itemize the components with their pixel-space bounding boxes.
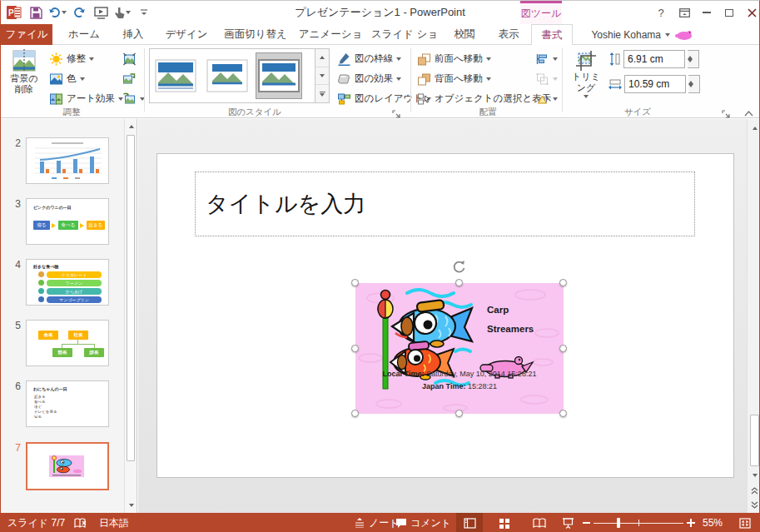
ribbon-display-options-button[interactable] [672, 1, 697, 24]
corrections-sun-icon [49, 52, 63, 66]
tab-slideshow[interactable]: スライド ショー [367, 24, 442, 45]
align-objects-button[interactable] [535, 50, 558, 67]
normal-view-button[interactable] [456, 513, 483, 532]
rotate-handle[interactable] [451, 259, 467, 278]
thumb-scroll-up-button[interactable] [125, 120, 137, 133]
tab-animations[interactable]: アニメーション [296, 24, 365, 45]
slideshow-view-button[interactable] [554, 513, 581, 532]
crop-button[interactable]: トリミング [569, 50, 604, 98]
zoom-percent[interactable]: 55% [703, 513, 723, 532]
slide-area-scrollbar[interactable] [747, 119, 760, 513]
slide-2-thumbnail[interactable] [26, 137, 109, 184]
down-triangle-icon [129, 504, 134, 507]
tab-review[interactable]: 校閲 [444, 24, 485, 45]
comments-icon [395, 518, 407, 529]
send-backward-button[interactable]: 背面へ移動 [417, 70, 491, 87]
resize-handle-nw[interactable] [351, 279, 359, 286]
slide-2-mini-chart [27, 138, 108, 183]
previous-slide-button[interactable] [748, 484, 760, 497]
maximize-button[interactable] [717, 1, 742, 24]
shape-height-spinner[interactable] [688, 50, 699, 68]
reading-view-button[interactable] [526, 513, 553, 532]
gallery-more-button[interactable] [315, 85, 329, 102]
picture-effects-button[interactable]: 図の効果 [337, 70, 401, 87]
group-objects-icon [535, 72, 549, 86]
picture-border-button[interactable]: 図の枠線 [337, 50, 401, 67]
fit-slide-to-window-button[interactable] [732, 513, 758, 532]
close-button[interactable] [739, 1, 760, 24]
slide-sorter-icon [499, 518, 510, 529]
shape-width-spinner[interactable] [688, 75, 700, 93]
color-button[interactable]: 色 [49, 70, 85, 87]
resize-handle-e[interactable] [559, 345, 567, 352]
corrections-button[interactable]: 修整 [49, 50, 94, 67]
size-group-label: サイズ [592, 107, 683, 118]
resize-handle-n[interactable] [455, 279, 463, 286]
comments-button[interactable]: コメント [395, 513, 451, 532]
slide-4-thumbnail[interactable]: 好きな食べ物 チョコレート ラーメン からあげ マンゴープリン [26, 259, 109, 306]
resize-handle-se[interactable] [559, 410, 567, 417]
picture-style-2[interactable] [204, 52, 251, 99]
resize-handle-ne[interactable] [559, 279, 567, 286]
tab-format-active[interactable]: 書式 [531, 24, 573, 46]
resize-handle-w[interactable] [351, 345, 359, 352]
spell-check-button[interactable] [74, 513, 87, 532]
slide-3-thumbnail[interactable]: ピンクのワニの一日 寝る 食べる 起きる [26, 198, 109, 245]
compress-pictures-button[interactable] [122, 50, 139, 67]
slide-7-thumbnail-selected[interactable] [26, 442, 109, 490]
slide-5-thumbnail[interactable]: 会長 社長 部長 課長 [26, 320, 109, 366]
selection-pane-button[interactable]: オブジェクトの選択と表示 [417, 90, 551, 107]
bring-forward-button[interactable]: 前面へ移動 [417, 50, 491, 67]
change-picture-button[interactable] [122, 70, 139, 87]
slide-4-item-3: からあげ [47, 288, 102, 295]
tab-insert[interactable]: 挿入 [112, 24, 155, 45]
account-area[interactable]: Yoshie Kohama [591, 24, 693, 45]
resize-handle-s[interactable] [455, 410, 463, 417]
plus-icon [687, 519, 695, 527]
artistic-effects-button[interactable]: アート効果 [49, 90, 123, 107]
slide-sorter-view-button[interactable] [491, 513, 518, 532]
thumb-scroll-down-button[interactable] [125, 499, 137, 512]
remove-background-button[interactable]: 背景の 削除 [4, 48, 44, 95]
tab-view[interactable]: 表示 [488, 24, 529, 45]
language-indicator[interactable]: 日本語 [99, 513, 129, 532]
picture-styles-dialog-launcher[interactable] [392, 107, 402, 117]
scrollbar-thumb[interactable] [750, 415, 759, 466]
picture-tools-contextual-header[interactable]: 図ツール [520, 1, 562, 24]
powerpoint-window: P プレゼンテーション1 - PowerPoint [0, 0, 760, 532]
scroll-up-button[interactable] [748, 122, 760, 135]
selected-picture[interactable]: Carp Streamers Local Time: Saturday, May… [355, 283, 564, 414]
scroll-down-button[interactable] [748, 469, 760, 482]
reset-picture-button[interactable] [122, 90, 145, 107]
slide-canvas[interactable]: タイトルを入力 [156, 153, 734, 478]
slide-4-item-1: チョコレート [47, 271, 102, 278]
slide-6-thumbnail[interactable]: わにちゃんの一日 起きる 食べる 泳ぐ テレビを見る 寝る [26, 380, 109, 427]
thumbnail-pane-scrollbar[interactable] [124, 119, 137, 513]
zoom-out-button[interactable] [579, 513, 594, 532]
picture-style-1[interactable] [152, 52, 199, 99]
thumb-scrollbar-thumb[interactable] [127, 135, 135, 461]
title-placeholder[interactable]: タイトルを入力 [195, 172, 695, 236]
rotate-objects-button[interactable] [535, 90, 558, 107]
tab-design[interactable]: デザイン [157, 24, 216, 45]
tab-home[interactable]: ホーム [58, 24, 110, 45]
zoom-slider-handle[interactable] [617, 518, 620, 528]
resize-handle-sw[interactable] [351, 410, 359, 417]
group-objects-button[interactable] [535, 70, 558, 87]
picture-style-3-selected[interactable] [256, 52, 302, 99]
picture-styles-group-label: 図のスタイル [209, 107, 301, 118]
shape-width-input[interactable] [624, 75, 686, 93]
slide-indicator[interactable]: スライド 7/7 [7, 513, 65, 532]
size-dialog-launcher[interactable] [722, 107, 732, 117]
tab-transitions[interactable]: 画面切り替え [217, 24, 294, 45]
gallery-scroll-up-button[interactable] [315, 49, 329, 67]
next-slide-button[interactable] [748, 498, 760, 511]
collapse-ribbon-button[interactable] [744, 105, 753, 120]
gallery-scroll-down-button[interactable] [315, 67, 329, 86]
notes-button[interactable]: ノート [354, 513, 400, 532]
help-button[interactable]: ? [648, 1, 673, 24]
minimize-button[interactable] [694, 1, 719, 24]
shape-height-input[interactable] [623, 50, 685, 68]
zoom-in-button[interactable] [683, 513, 698, 532]
tab-file[interactable]: ファイル [1, 24, 52, 45]
